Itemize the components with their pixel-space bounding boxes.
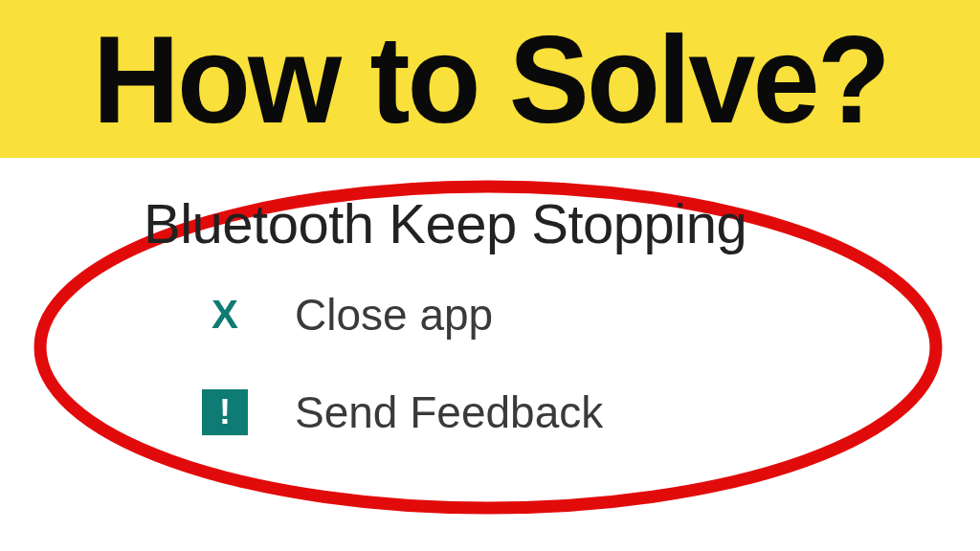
close-app-label: Close app	[295, 289, 493, 341]
dialog-title: Bluetooth Keep Stopping	[144, 191, 861, 255]
close-app-option[interactable]: X Close app	[201, 289, 861, 341]
dialog-area: Bluetooth Keep Stopping X Close app ! Se…	[0, 158, 980, 551]
send-feedback-option[interactable]: ! Send Feedback	[201, 386, 861, 438]
error-dialog: Bluetooth Keep Stopping X Close app ! Se…	[115, 191, 861, 484]
send-feedback-label: Send Feedback	[295, 386, 603, 438]
feedback-icon: !	[201, 388, 249, 436]
title-text: How to Solve?	[93, 17, 888, 142]
close-icon: X	[201, 291, 249, 339]
title-banner: How to Solve?	[0, 0, 980, 158]
